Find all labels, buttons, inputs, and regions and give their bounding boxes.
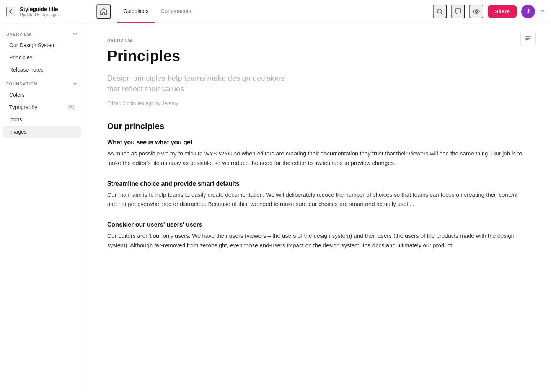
content-overline: OVERVIEW [107, 38, 528, 43]
search-button[interactable] [433, 5, 447, 18]
sidebar-item-images[interactable]: Images [3, 126, 81, 138]
page-title: Principles [107, 47, 528, 65]
sidebar-section-foundation[interactable]: FOUNDATION [0, 79, 84, 89]
nav-tabs: Guidelines Components [117, 0, 427, 23]
svg-rect-1 [455, 9, 461, 13]
app-subtitle: Updated 8 days ago... [20, 12, 61, 17]
principle-1: What you see is what you get As much as … [107, 139, 528, 168]
sidebar-section-overview[interactable]: OVERVIEW [0, 29, 84, 39]
back-button[interactable] [6, 7, 15, 16]
hidden-icon [68, 104, 75, 110]
sidebar-item-principles[interactable]: Principles [3, 51, 81, 64]
comments-button[interactable] [451, 5, 465, 18]
svg-point-2 [473, 10, 479, 13]
foundation-chevron-icon [72, 81, 78, 87]
principle-3-body: Our editors aren't our only users. We ha… [107, 231, 528, 250]
principle-2: Streamline choice and provide smart defa… [107, 180, 528, 209]
svg-point-3 [476, 10, 478, 12]
home-button[interactable] [96, 4, 111, 19]
toc-button[interactable] [520, 31, 536, 46]
avatar-chevron-icon[interactable] [540, 8, 545, 15]
sidebar: OVERVIEW Our Design System Principles Re… [0, 23, 84, 392]
layout: OVERVIEW Our Design System Principles Re… [0, 23, 551, 392]
principle-1-body: As much as possible we try to stick to W… [107, 149, 528, 168]
sidebar-item-release-notes[interactable]: Release notes [3, 64, 81, 76]
tab-components[interactable]: Components [155, 0, 197, 23]
overview-chevron-icon [72, 31, 78, 37]
app-title: Styleguide title [20, 6, 61, 12]
page-subtitle: Design principles help teams make design… [107, 73, 298, 94]
edited-meta: Edited 2 minutes ago by Jeremy [107, 100, 528, 106]
principle-3: Consider our users' users' users Our edi… [107, 221, 528, 250]
sidebar-item-typography[interactable]: Typography [3, 101, 81, 113]
preview-button[interactable] [469, 5, 483, 18]
sidebar-item-icons[interactable]: Icons [3, 113, 81, 126]
foundation-section-label: FOUNDATION [6, 82, 37, 86]
avatar[interactable]: J [521, 5, 535, 18]
principle-2-body: Our main aim is to help teams to easily … [107, 190, 528, 209]
svg-point-0 [437, 9, 442, 13]
sidebar-item-our-design-system[interactable]: Our Design System [3, 39, 81, 51]
principle-3-title: Consider our users' users' users [107, 221, 528, 228]
principle-2-title: Streamline choice and provide smart defa… [107, 180, 528, 187]
sidebar-item-colors[interactable]: Colors [3, 89, 81, 101]
app-info: Styleguide title Updated 8 days ago... [20, 6, 61, 17]
main-content: OVERVIEW Principles Design principles he… [84, 23, 551, 392]
section-heading: Our principles [107, 121, 528, 131]
header-actions: Share J [433, 5, 545, 18]
share-button[interactable]: Share [488, 5, 517, 18]
principle-1-title: What you see is what you get [107, 139, 528, 146]
toc-icon [525, 35, 531, 42]
overview-section-label: OVERVIEW [6, 32, 31, 36]
header-left: Styleguide title Updated 8 days ago... [6, 6, 90, 17]
tab-guidelines[interactable]: Guidelines [117, 0, 155, 23]
header: Styleguide title Updated 8 days ago... G… [0, 0, 551, 23]
